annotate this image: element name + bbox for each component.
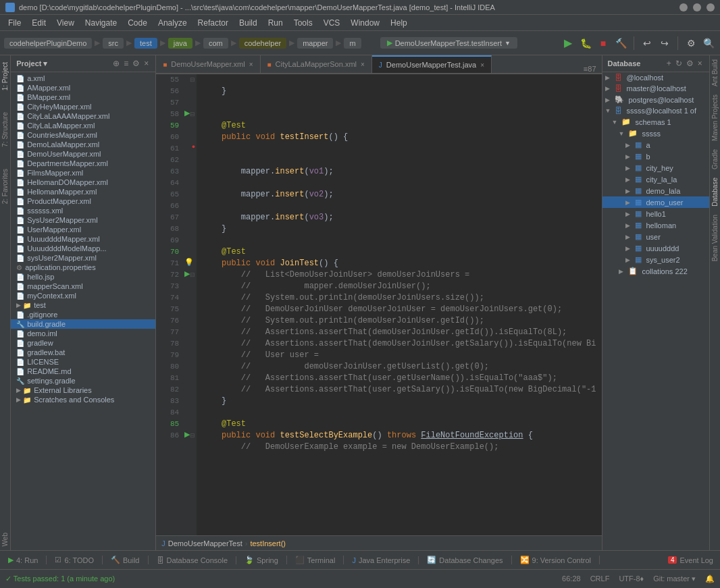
notifications-icon[interactable]: 🔔: [705, 574, 715, 583]
db-close-btn[interactable]: ×: [696, 58, 704, 69]
tree-item-bmapper-xml[interactable]: 📄BMapper.xml: [11, 92, 155, 102]
tree-item-helloandomapper-xml[interactable]: 📄HellomanDOMapper.xml: [11, 178, 155, 187]
menu-window[interactable]: Window: [345, 17, 385, 29]
menu-file[interactable]: File: [3, 17, 26, 29]
db-table-uuuudddd[interactable]: ▶ ▦ uuuudddd: [602, 242, 709, 254]
tree-item-citylalamapper-xml[interactable]: 📄CityLaLaMapper.xml: [11, 121, 155, 130]
build-button[interactable]: 🔨: [613, 36, 628, 51]
bulb-icon[interactable]: 💡: [184, 258, 194, 267]
tree-item-productmapper-xml[interactable]: 📄ProductMapper.xml: [11, 196, 155, 206]
menu-run[interactable]: Run: [263, 17, 288, 29]
search-button[interactable]: 🔍: [701, 36, 716, 51]
db-table-helloman[interactable]: ▶ ▦ helloman: [602, 219, 709, 231]
run-gutter-85[interactable]: ▶: [184, 430, 190, 439]
bottom-tab-todo[interactable]: ☑ 6: TODO: [47, 556, 103, 564]
tree-item-filmsmapper-xml[interactable]: 📄FilmsMapper.xml: [11, 168, 155, 178]
bottom-tab-vc[interactable]: 🔀 9: Version Control: [512, 556, 600, 564]
menu-refactor[interactable]: Refactor: [192, 17, 234, 29]
menu-edit[interactable]: Edit: [26, 17, 51, 29]
tree-item-build-gradle[interactable]: 🔧build.gradle: [11, 319, 155, 329]
run-gutter-59[interactable]: ▶: [184, 109, 190, 117]
git-branch[interactable]: Git: master ▾: [653, 574, 696, 583]
tree-item-gradlew[interactable]: 📄gradlew: [11, 338, 155, 348]
rside-tab-bean[interactable]: Bean Validation: [710, 211, 720, 265]
tree-item-sysuser2mapper-xml[interactable]: 📄SysUser2Mapper.xml: [11, 215, 155, 225]
code-content[interactable]: } @Test public void testInsert() { mappe…: [197, 74, 601, 535]
menu-build[interactable]: Build: [234, 17, 263, 29]
tree-item-a-xml[interactable]: 📄a.xml: [11, 74, 155, 83]
tab-close-citylala[interactable]: ×: [361, 61, 365, 68]
db-table-user[interactable]: ▶ ▦ user: [602, 231, 709, 242]
db-settings-btn[interactable]: ⚙: [685, 58, 695, 69]
debug-button[interactable]: 🐛: [578, 36, 593, 51]
db-refresh-btn[interactable]: ↻: [674, 58, 684, 69]
minimize-btn[interactable]: [679, 3, 688, 11]
sidebar-tab-web[interactable]: Web: [0, 529, 10, 550]
tree-item-settings-gradle[interactable]: 🔧settings.gradle: [11, 376, 155, 385]
tab-close-demousermapper[interactable]: ×: [249, 61, 253, 68]
menu-tools[interactable]: Tools: [288, 17, 318, 29]
redo-button[interactable]: ↪: [657, 36, 672, 51]
tab-demousermappertest-java[interactable]: J DemoUserMapperTest.java ×: [372, 55, 492, 73]
bc-class[interactable]: J: [161, 539, 165, 547]
tree-item-cityheymapper-xml[interactable]: 📄CityHeyMapper.xml: [11, 102, 155, 111]
project-settings-btn[interactable]: ⚙: [131, 58, 141, 69]
tree-item-gradlew-bat[interactable]: 📄gradlew.bat: [11, 348, 155, 357]
db-table-a[interactable]: ▶ ▦ a: [602, 139, 709, 151]
menu-help[interactable]: Help: [385, 17, 413, 29]
menu-navigate[interactable]: Navigate: [80, 17, 122, 29]
menu-analyze[interactable]: Analyze: [153, 17, 192, 29]
undo-button[interactable]: ↩: [640, 36, 654, 51]
db-table-city-la-la[interactable]: ▶ ▦ city_la_la: [602, 173, 709, 185]
bottom-tab-build[interactable]: 🔨 Build: [103, 556, 148, 564]
bottom-tab-run[interactable]: ▶ 4: Run: [0, 556, 47, 564]
db-postgres[interactable]: ▶ 🐘 postgres@localhost: [602, 94, 709, 105]
tree-item-appprops[interactable]: ⚙application.properties: [11, 263, 155, 272]
tree-item-demo-iml[interactable]: 📄demo.iml: [11, 329, 155, 338]
bc-m[interactable]: m: [344, 38, 361, 49]
tree-item-hello-jsp[interactable]: 📄hello.jsp: [11, 272, 155, 282]
db-schemas[interactable]: ▼ 📁 schemas 1: [602, 116, 709, 128]
menu-vcs[interactable]: VCS: [318, 17, 346, 29]
tree-item-ext-libs[interactable]: ▶📁External Libraries: [11, 385, 155, 395]
tree-item-usermapper-xml[interactable]: 📄UserMapper.xml: [11, 225, 155, 234]
db-table-hello1[interactable]: ▶ ▦ hello1: [602, 208, 709, 219]
tree-item-readme[interactable]: 📄README.md: [11, 367, 155, 376]
tree-item-ssssss-xml[interactable]: 📄ssssss.xml: [11, 206, 155, 215]
bc-classname[interactable]: DemoUserMapperTest: [168, 539, 242, 547]
fold-55[interactable]: ⊟: [190, 74, 195, 84]
db-add-btn[interactable]: +: [665, 58, 673, 69]
menu-view[interactable]: View: [51, 17, 80, 29]
tree-item-amapper-xml[interactable]: 📄AMapper.xml: [11, 83, 155, 92]
db-sssss-schema[interactable]: ▼ 📁 sssss: [602, 128, 709, 139]
tree-item-uuuuddddmapper-xml[interactable]: 📄UuuuddddMapper.xml: [11, 234, 155, 244]
bottom-tab-db-console[interactable]: 🗄 Database Console: [149, 556, 237, 564]
tree-item-mycontext-xml[interactable]: 📄myContext.xml: [11, 291, 155, 300]
rside-tab-database[interactable]: Database: [710, 173, 720, 211]
tree-item-test-folder[interactable]: ▶📁test: [11, 300, 155, 310]
tree-item-uuuuddddmodelmapper[interactable]: 📄UuuuddddModelMapp...: [11, 244, 155, 253]
sidebar-tab-structure[interactable]: 7: Structure: [0, 108, 10, 151]
tree-item-sysuser2mapper2-xml[interactable]: 📄sysUser2Mapper.xml: [11, 253, 155, 263]
db-table-city-hey[interactable]: ▶ ▦ city_hey: [602, 162, 709, 173]
rside-tab-gradle[interactable]: Gradle: [710, 145, 720, 173]
bottom-tab-db-changes[interactable]: 🔄 Database Changes: [419, 556, 511, 564]
bc-method[interactable]: testInsert(): [250, 539, 286, 547]
project-sync-btn[interactable]: ⊕: [111, 58, 121, 69]
tree-item-mapperscan-xml[interactable]: 📄mapperScan.xml: [11, 282, 155, 291]
db-master[interactable]: ▶ 🗄 master@localhost: [602, 83, 709, 94]
tree-item-license[interactable]: 📄LICENSE: [11, 357, 155, 367]
tree-item-countriesmapper-xml[interactable]: 📄CountriesMapper.xml: [11, 130, 155, 140]
tree-item-scratches[interactable]: ▶📁Scratches and Consoles: [11, 395, 155, 404]
tree-item-demousermapper-xml[interactable]: 📄DemoUserMapper.xml: [11, 149, 155, 159]
line-ending[interactable]: CRLF: [590, 574, 610, 583]
bc-mapper[interactable]: mapper: [297, 38, 333, 49]
bc-project[interactable]: codehelperPluginDemo: [4, 38, 92, 49]
rside-tab-antbuild[interactable]: Ant Build: [710, 55, 720, 90]
bottom-tab-java-enterprise[interactable]: J Java Enterprise: [344, 556, 419, 564]
db-table-b[interactable]: ▶ ▦ b: [602, 151, 709, 162]
bc-com[interactable]: com: [203, 38, 228, 49]
rside-tab-maven[interactable]: Maven Projects: [710, 90, 720, 145]
tab-demousermapper-xml[interactable]: ■ DemoUserMapper.xml ×: [156, 55, 260, 73]
bc-codehelper[interactable]: codehelper: [239, 38, 286, 49]
